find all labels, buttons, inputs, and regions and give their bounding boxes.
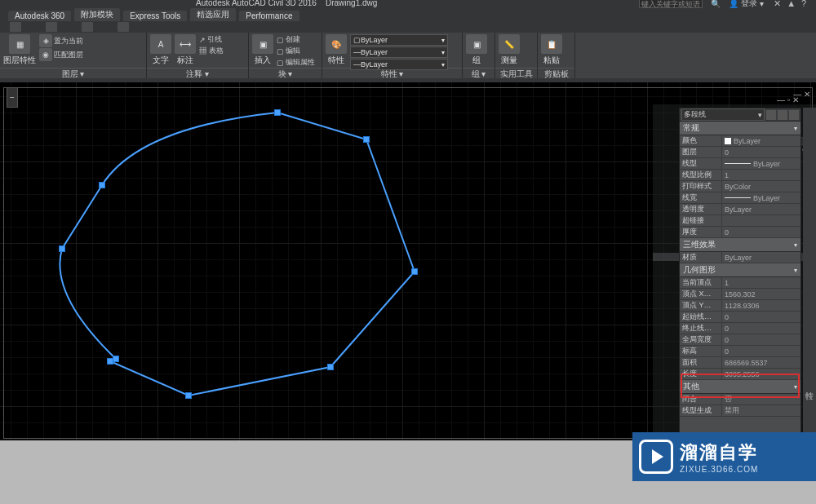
titlebar: Autodesk AutoCAD Civil 3D 2016 Drawing1.… xyxy=(0,0,816,8)
grip-icon[interactable] xyxy=(327,364,334,370)
panel-annotation[interactable]: 注释 ▾ xyxy=(147,68,248,78)
help-icon[interactable]: ? xyxy=(801,0,806,8)
prop-linetype[interactable]: ByLayer xyxy=(722,158,800,169)
grip-icon[interactable] xyxy=(99,182,105,188)
lineweight-dropdown[interactable]: — ByLayer xyxy=(350,46,448,58)
prop-material[interactable]: ByLayer xyxy=(722,252,800,263)
polyline-selection[interactable] xyxy=(0,82,669,441)
color-dropdown[interactable]: ▢ ByLayer xyxy=(350,34,448,46)
prop-layer[interactable]: 0 xyxy=(722,147,800,157)
prop-color[interactable]: ByLayer xyxy=(722,135,800,146)
prop-hyperlink[interactable] xyxy=(722,215,800,226)
edit-attr-button[interactable]: ▢编辑属性 xyxy=(277,57,315,68)
prop-thickness[interactable]: 0 xyxy=(722,227,800,237)
tab-express[interactable]: Express Tools xyxy=(123,11,187,21)
grip-icon[interactable] xyxy=(363,136,370,143)
tab-featured[interactable]: 精选应用 xyxy=(190,8,236,21)
prop-closed[interactable]: 否 xyxy=(722,394,800,405)
palette-close-icon[interactable]: — ▫ ✕ xyxy=(777,95,799,104)
pal-icon-2[interactable] xyxy=(778,110,787,120)
paste-button[interactable]: 📋粘贴 xyxy=(541,34,562,66)
create-block-button[interactable]: ▢创建 xyxy=(277,34,315,45)
watermark-logo: 溜溜自学 ZIXUE.3D66.COM xyxy=(632,432,816,481)
panel-block[interactable]: 块 ▾ xyxy=(249,68,322,78)
prop-start-width[interactable]: 0 xyxy=(722,312,800,322)
prop-lineweight[interactable]: ByLayer xyxy=(722,192,800,203)
grip-icon[interactable] xyxy=(59,245,65,252)
prop-transparency[interactable]: ByLayer xyxy=(722,204,800,214)
search-input[interactable]: 键入关键字或短语 xyxy=(639,0,703,8)
object-type-dropdown[interactable]: 多段线▾ xyxy=(681,108,765,121)
measure-button[interactable]: 📏测量 xyxy=(499,34,520,66)
qa-4[interactable] xyxy=(118,22,129,32)
prop-ltscale[interactable]: 1 xyxy=(722,170,800,180)
panel-clipboard[interactable]: 剪贴板 xyxy=(538,68,574,78)
grip-icon[interactable] xyxy=(274,109,281,116)
cloud-icon[interactable]: ▲ xyxy=(787,0,796,8)
group-button[interactable]: ▣组 xyxy=(466,34,487,66)
prop-area: 686569.5537 xyxy=(722,357,800,368)
prop-length: 3095.2556 xyxy=(722,369,800,379)
palette-bar[interactable]: 特性 xyxy=(803,108,816,434)
tab-a360[interactable]: Autodesk 360 xyxy=(8,11,71,21)
quick-access xyxy=(0,21,816,33)
section-geometry[interactable]: 几何图形▾ xyxy=(680,263,800,277)
app-title: Autodesk AutoCAD Civil 3D 2016 xyxy=(196,0,317,7)
ribbon: ▦图层特性 ◈置为当前 ◉匹配图层 图层 ▾ A文字 ⟷标注 ↗引线 ▦ 表格 … xyxy=(0,33,816,78)
prop-global-width[interactable]: 0 xyxy=(722,334,800,345)
dimension-button[interactable]: ⟷标注 xyxy=(175,34,196,66)
leader-button[interactable]: ↗引线 xyxy=(199,34,224,45)
section-general[interactable]: 常规▾ xyxy=(680,122,800,135)
grip-icon[interactable] xyxy=(185,392,192,399)
properties-palette[interactable]: — ▫ ✕ 多段线▾ 常规▾ 颜色ByLayer 图层0 线型ByLayer 线… xyxy=(679,108,801,434)
file-name: Drawing1.dwg xyxy=(326,0,377,7)
table-button[interactable]: ▦ 表格 xyxy=(199,46,224,56)
grip-icon[interactable] xyxy=(411,268,418,275)
panel-layer[interactable]: 图层 ▾ xyxy=(0,68,146,78)
insert-button[interactable]: ▣插入 xyxy=(252,34,273,66)
tab-addons[interactable]: 附加模块 xyxy=(74,8,120,21)
prop-plot[interactable]: ByColor xyxy=(722,181,800,192)
user-menu[interactable]: 👤 登录 ▾ xyxy=(729,0,764,9)
ribbon-tabs: Autodesk 360 附加模块 Express Tools 精选应用 Per… xyxy=(0,8,816,21)
grip-icon[interactable] xyxy=(113,356,119,362)
edit-block-button[interactable]: ▢编辑 xyxy=(277,46,315,56)
match-layer-button[interactable]: ◉匹配图层 xyxy=(39,48,83,61)
pal-icon-1[interactable] xyxy=(766,110,776,120)
make-current-button[interactable]: ◈置为当前 xyxy=(39,34,83,47)
layer-properties-button[interactable]: ▦图层特性 xyxy=(3,34,36,66)
panel-group[interactable]: 组 ▾ xyxy=(463,68,494,78)
prop-vertex-x[interactable]: 1560.302 xyxy=(722,289,800,299)
linetype-dropdown[interactable]: — ByLayer xyxy=(350,59,448,70)
prop-linetype-gen[interactable]: 禁用 xyxy=(722,405,800,416)
section-misc[interactable]: 其他▾ xyxy=(680,380,800,394)
section-3d[interactable]: 三维效果▾ xyxy=(680,238,800,252)
pal-icon-3[interactable] xyxy=(789,110,799,120)
prop-end-width[interactable]: 0 xyxy=(722,323,800,334)
play-icon xyxy=(639,440,673,474)
text-button[interactable]: A文字 xyxy=(150,34,171,66)
qa-3[interactable] xyxy=(82,22,93,32)
tab-perf[interactable]: Performance xyxy=(239,11,299,21)
prop-current-vertex[interactable]: 1 xyxy=(722,277,800,288)
properties-button[interactable]: 🎨特性 xyxy=(326,34,347,66)
exchange-icon[interactable]: ✕ xyxy=(774,0,781,8)
prop-elevation[interactable]: 0 xyxy=(722,346,800,356)
prop-vertex-y[interactable]: 1128.9306 xyxy=(722,300,800,311)
panel-utilities[interactable]: 实用工具 ▾ xyxy=(495,68,537,78)
qa-1[interactable] xyxy=(10,22,21,32)
qa-2[interactable] xyxy=(46,22,57,32)
